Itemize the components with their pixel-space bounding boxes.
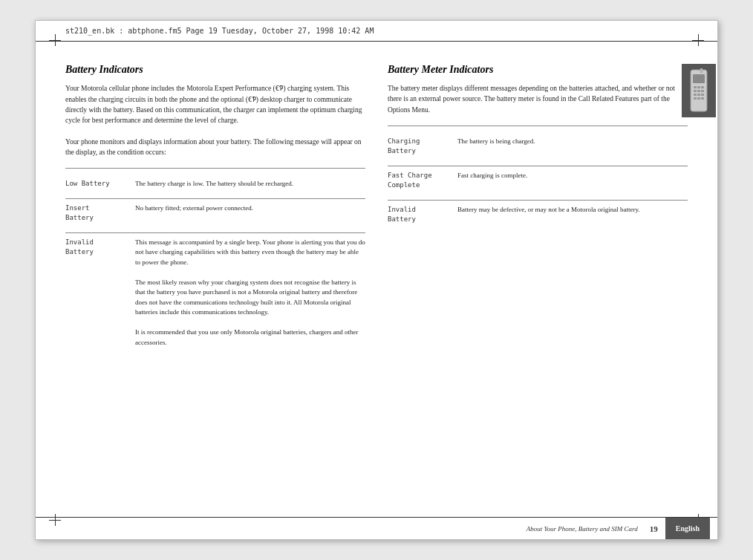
- phone-icon: [688, 68, 710, 113]
- indicator-code: InvalidBattery: [65, 238, 125, 258]
- table-row: ChargingBattery The battery is being cha…: [388, 137, 688, 157]
- table-row: InsertBattery No battery fitted; externa…: [65, 204, 365, 224]
- divider-row1: [65, 198, 365, 199]
- indicator-desc: This message is accompanied by a single …: [135, 238, 365, 348]
- indicator-code: InvalidBattery: [388, 205, 447, 225]
- footer-language: English: [665, 518, 710, 539]
- indicator-code: ChargingBattery: [388, 137, 447, 157]
- left-section-title: Battery Indicators: [65, 64, 365, 76]
- indicator-desc: Battery may be defective, or may not be …: [457, 205, 688, 215]
- divider-row4: [388, 200, 688, 201]
- book-page: st210_en.bk : abtphone.fm5 Page 19 Tuesd…: [35, 20, 718, 540]
- phone-sidebar: [682, 64, 716, 117]
- svg-rect-3: [697, 86, 700, 88]
- content-area: Battery Indicators Your Motorola cellula…: [65, 49, 688, 511]
- right-column: Battery Meter Indicators The battery met…: [388, 49, 688, 511]
- bottom-footer: About Your Phone, Battery and SIM Card 1…: [36, 517, 717, 539]
- right-intro: The battery meter displays different mes…: [388, 83, 688, 115]
- svg-rect-11: [694, 97, 697, 100]
- footer-page-number: 19: [650, 524, 658, 533]
- svg-rect-1: [693, 74, 705, 83]
- svg-rect-13: [701, 97, 704, 100]
- footer-section-label: About Your Phone, Battery and SIM Card: [43, 525, 650, 533]
- svg-rect-5: [694, 90, 697, 92]
- left-indicator-table: Low Battery The battery charge is low. T…: [65, 179, 365, 348]
- right-section-title: Battery Meter Indicators: [388, 64, 688, 76]
- table-row: Fast ChargeComplete Fast charging is com…: [388, 171, 688, 191]
- svg-rect-7: [701, 90, 704, 92]
- right-indicator-table: ChargingBattery The battery is being cha…: [388, 137, 688, 225]
- top-header: st210_en.bk : abtphone.fm5 Page 19 Tuesd…: [36, 21, 717, 42]
- svg-rect-14: [700, 68, 703, 73]
- divider-left: [65, 168, 365, 169]
- header-text: st210_en.bk : abtphone.fm5 Page 19 Tuesd…: [65, 27, 374, 35]
- svg-rect-8: [694, 94, 697, 96]
- page-container: st210_en.bk : abtphone.fm5 Page 19 Tuesd…: [0, 0, 753, 560]
- table-row: InvalidBattery This message is accompani…: [65, 238, 365, 348]
- indicator-desc: The battery charge is low. The battery s…: [135, 179, 365, 189]
- svg-rect-9: [697, 94, 700, 96]
- indicator-desc: The battery is being charged.: [457, 137, 688, 147]
- divider-row3: [388, 166, 688, 166]
- indicator-code: Fast ChargeComplete: [388, 171, 447, 191]
- divider-right: [388, 126, 688, 126]
- table-row: Low Battery The battery charge is low. T…: [65, 179, 365, 189]
- divider-row2: [65, 232, 365, 233]
- left-column: Battery Indicators Your Motorola cellula…: [65, 49, 365, 511]
- table-row: InvalidBattery Battery may be defective,…: [388, 205, 688, 225]
- indicator-desc: No battery fitted; external power connec…: [135, 204, 365, 214]
- indicator-desc: Fast charging is complete.: [457, 171, 688, 181]
- left-intro-2: Your phone monitors and displays informa…: [65, 137, 365, 158]
- svg-rect-6: [697, 90, 700, 92]
- indicator-code: InsertBattery: [65, 204, 125, 224]
- svg-rect-4: [701, 86, 704, 88]
- left-intro-1: Your Motorola cellular phone includes th…: [65, 83, 365, 126]
- indicator-code: Low Battery: [65, 179, 125, 189]
- svg-rect-2: [694, 86, 697, 88]
- svg-rect-12: [697, 97, 700, 100]
- svg-rect-10: [701, 94, 704, 96]
